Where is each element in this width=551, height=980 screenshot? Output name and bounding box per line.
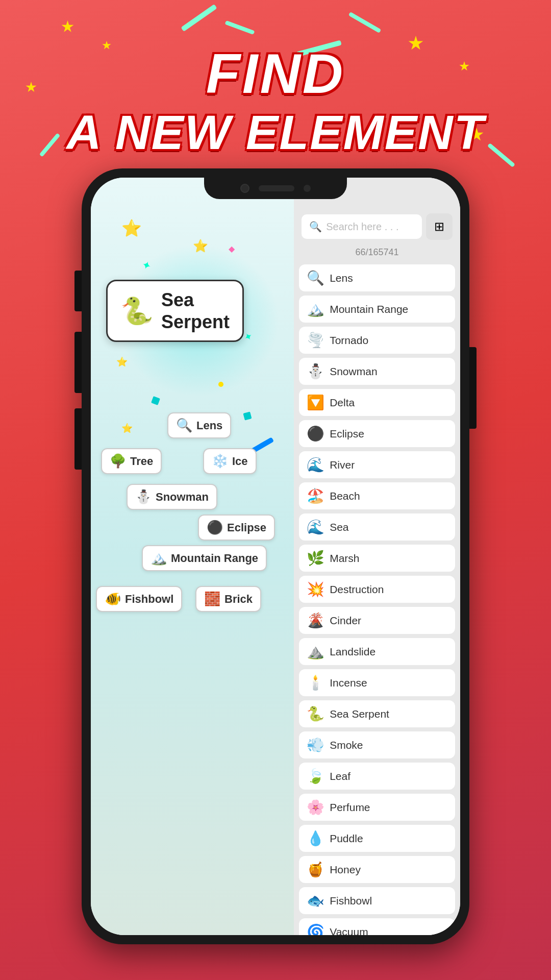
- lens-emoji: 🔍: [176, 418, 192, 433]
- game-star-1: ⭐: [121, 218, 142, 238]
- title-line2: A NEW ELEMENT: [0, 106, 551, 159]
- brick-label: Brick: [224, 593, 253, 606]
- brick-emoji: 🧱: [204, 591, 220, 607]
- notch-dot: [304, 185, 311, 192]
- node-fishbowl[interactable]: 🐠 Fishbowl: [96, 586, 182, 612]
- element-emoji: ⛰️: [306, 643, 324, 660]
- fishbowl-emoji: 🐠: [105, 591, 121, 607]
- element-name: Incense: [330, 677, 367, 689]
- node-eclipse[interactable]: ⚫ Eclipse: [198, 514, 275, 541]
- element-name: Snowman: [330, 365, 377, 378]
- element-name: Perfume: [330, 801, 370, 814]
- element-item-mountain-range[interactable]: 🏔️ Mountain Range: [299, 296, 455, 323]
- element-item-river[interactable]: 🌊 River: [299, 451, 455, 478]
- element-item-perfume[interactable]: 🌸 Perfume: [299, 794, 455, 821]
- elements-panel: 🔍 Search here . . . ⊞ 66/165741 🔍 Lens 🏔…: [294, 178, 460, 935]
- element-item-beach[interactable]: 🏖️ Beach: [299, 482, 455, 509]
- element-item-smoke[interactable]: 💨 Smoke: [299, 731, 455, 758]
- element-name: Vacuum: [330, 926, 368, 936]
- element-emoji: 🌋: [306, 612, 324, 629]
- element-item-leaf[interactable]: 🍃 Leaf: [299, 763, 455, 790]
- element-item-tornado[interactable]: 🌪️ Tornado: [299, 327, 455, 354]
- element-item-eclipse[interactable]: ⚫ Eclipse: [299, 420, 455, 447]
- element-item-landslide[interactable]: ⛰️ Landslide: [299, 638, 455, 665]
- element-emoji: ⚫: [306, 425, 324, 442]
- element-emoji: 💧: [306, 830, 324, 847]
- element-item-sea-serpent[interactable]: 🐍 Sea Serpent: [299, 700, 455, 727]
- phone-screen: ⭐ ⭐ ✦ ◆ ⭐ ✦ ⭐ 🐍 SeaSerpent ⭐ 🔍 Lens: [91, 178, 460, 935]
- notch: [204, 178, 347, 199]
- element-name: Lens: [330, 272, 353, 284]
- node-snowman[interactable]: ⛄ Snowman: [127, 484, 217, 510]
- element-emoji: 🌪️: [306, 332, 324, 349]
- eclipse-label: Eclipse: [227, 521, 266, 534]
- element-emoji: 🔍: [306, 270, 324, 286]
- search-input-container[interactable]: 🔍 Search here . . .: [302, 214, 422, 239]
- element-item-marsh[interactable]: 🌿 Marsh: [299, 545, 455, 572]
- element-item-sea[interactable]: 🌊 Sea: [299, 513, 455, 541]
- element-emoji: 🐍: [306, 705, 324, 722]
- sea-serpent-emoji: 🐍: [120, 296, 154, 327]
- filter-button[interactable]: ⊞: [426, 213, 453, 240]
- element-item-incense[interactable]: 🕯️ Incense: [299, 669, 455, 696]
- front-camera: [240, 184, 249, 193]
- ice-label: Ice: [232, 455, 248, 468]
- deco-spark-4: [347, 20, 383, 24]
- confetti-2: [243, 411, 252, 420]
- element-name: Landslide: [330, 646, 375, 658]
- element-name: Tornado: [330, 334, 368, 347]
- elements-list[interactable]: 🔍 Lens 🏔️ Mountain Range 🌪️ Tornado ⛄ Sn…: [294, 262, 460, 935]
- search-bar: 🔍 Search here . . . ⊞: [294, 208, 460, 245]
- element-emoji: 🏖️: [306, 487, 324, 504]
- title-line1: FIND: [0, 41, 551, 106]
- element-name: Fishbowl: [330, 895, 372, 907]
- element-emoji: 🌊: [306, 519, 324, 535]
- ice-emoji: ❄️: [212, 453, 228, 469]
- element-name: Sea Serpent: [330, 708, 389, 720]
- element-name: Sea: [330, 521, 348, 533]
- node-ice[interactable]: ❄️ Ice: [203, 448, 257, 474]
- lens-label: Lens: [196, 419, 222, 432]
- element-item-delta[interactable]: 🔽 Delta: [299, 389, 455, 416]
- title-area: FIND A NEW ELEMENT: [0, 41, 551, 159]
- node-brick[interactable]: 🧱 Brick: [195, 586, 261, 612]
- element-name: Honey: [330, 864, 361, 876]
- element-name: Smoke: [330, 739, 363, 751]
- element-item-cinder[interactable]: 🌋 Cinder: [299, 607, 455, 634]
- deco-spark-1: [179, 15, 219, 20]
- tree-label: Tree: [130, 455, 153, 468]
- element-item-puddle[interactable]: 💧 Puddle: [299, 825, 455, 852]
- search-placeholder: Search here . . .: [326, 221, 398, 233]
- snowman-label: Snowman: [156, 491, 209, 504]
- element-name: Destruction: [330, 583, 384, 596]
- element-item-honey[interactable]: 🍯 Honey: [299, 856, 455, 883]
- element-name: River: [330, 459, 355, 471]
- node-tree[interactable]: 🌳 Tree: [101, 448, 162, 474]
- element-name: Marsh: [330, 552, 359, 565]
- game-star-4: ⭐: [116, 356, 128, 368]
- eclipse-emoji: ⚫: [207, 520, 223, 535]
- element-item-lens[interactable]: 🔍 Lens: [299, 264, 455, 291]
- element-emoji: 🌿: [306, 550, 324, 567]
- mountain-emoji: 🏔️: [151, 550, 167, 566]
- fishbowl-label: Fishbowl: [125, 593, 173, 606]
- element-name: Mountain Range: [330, 303, 408, 315]
- snowman-emoji: ⛄: [135, 489, 152, 505]
- element-emoji: 🐟: [306, 892, 324, 909]
- confetti-1: [151, 396, 160, 405]
- deco-spark-2: [224, 26, 255, 30]
- element-item-vacuum[interactable]: 🌀 Vacuum: [299, 918, 455, 935]
- element-emoji: ⛄: [306, 363, 324, 380]
- element-name: Eclipse: [330, 428, 364, 440]
- element-item-snowman[interactable]: ⛄ Snowman: [299, 358, 455, 385]
- node-mountain[interactable]: 🏔️ Mountain Range: [142, 545, 267, 571]
- node-lens[interactable]: 🔍 Lens: [167, 412, 231, 438]
- element-item-destruction[interactable]: 💥 Destruction: [299, 576, 455, 603]
- element-item-fishbowl[interactable]: 🐟 Fishbowl: [299, 887, 455, 914]
- element-emoji: 🍯: [306, 861, 324, 878]
- game-star-5: ⭐: [121, 423, 133, 434]
- mountain-label: Mountain Range: [171, 552, 258, 565]
- game-panel[interactable]: ⭐ ⭐ ✦ ◆ ⭐ ✦ ⭐ 🐍 SeaSerpent ⭐ 🔍 Lens: [91, 178, 294, 935]
- element-count: 66/165741: [294, 245, 460, 262]
- element-emoji: 🌊: [306, 456, 324, 473]
